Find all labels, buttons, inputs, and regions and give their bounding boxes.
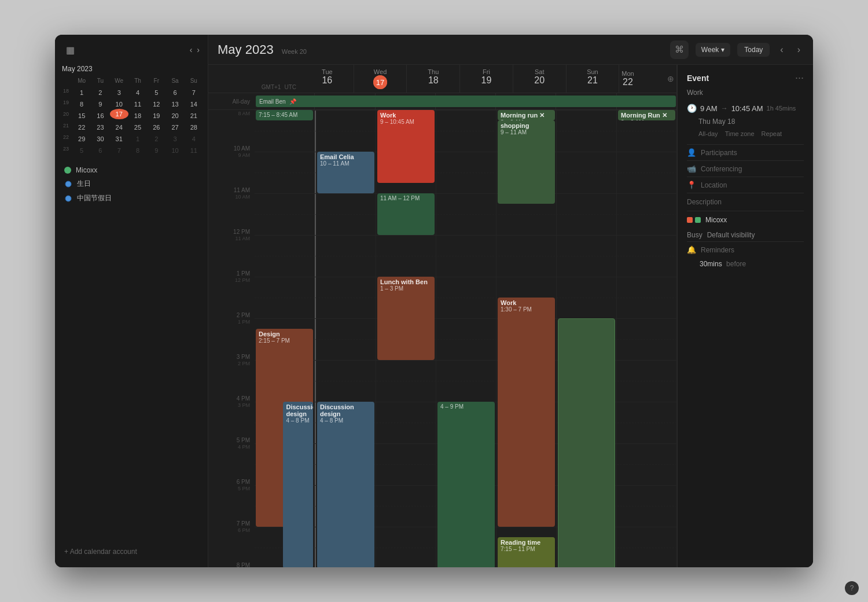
mini-cal-day[interactable]: 4: [185, 132, 203, 142]
sidebar-toggle-btn[interactable]: ▦: [62, 42, 78, 58]
calendar-item-micoxx[interactable]: Micoxx: [62, 164, 201, 177]
participants-label: Participants: [701, 149, 737, 157]
event-morning-run-sat[interactable]: Morning run ✕ 8 – 9 AM: [498, 110, 555, 120]
owner-dot-green: [695, 217, 701, 223]
mini-cal-day[interactable]: 7: [110, 144, 128, 154]
mini-cal-day[interactable]: 26: [147, 120, 165, 131]
mini-cal-day[interactable]: 20: [165, 109, 184, 119]
mini-cal-day[interactable]: 1: [72, 86, 91, 96]
day-col-sun21[interactable]: [557, 110, 617, 567]
mini-cal-day[interactable]: 6: [91, 144, 109, 154]
all-day-event-email-ben[interactable]: Email Ben 📌: [256, 96, 676, 107]
mini-cal-day[interactable]: 23: [91, 120, 109, 131]
mini-cal-day[interactable]: 9: [91, 97, 109, 108]
all-day-option[interactable]: All-day: [698, 130, 718, 137]
add-event-icon[interactable]: ⊕: [667, 74, 674, 83]
mini-cal-day[interactable]: 12: [147, 97, 165, 108]
mini-cal-day[interactable]: 10: [165, 144, 184, 154]
busy-label: Busy: [687, 231, 703, 239]
day-col-wed17[interactable]: Email Celia 10 – 11 AM Discussion design…: [315, 110, 376, 567]
mini-cal-day[interactable]: 7: [185, 86, 203, 96]
event-striped-sun[interactable]: [558, 318, 615, 567]
mini-cal-day[interactable]: 28: [185, 120, 203, 131]
timezone-option[interactable]: Time zone: [725, 130, 755, 137]
day-col-mon22[interactable]: Morning Run ✕ 8 – 9 AM: [617, 110, 677, 567]
mini-cal-day[interactable]: 21: [185, 109, 203, 119]
mini-cal-day[interactable]: 4: [128, 86, 147, 96]
event-4-9pm-fri[interactable]: 4 – 9 PM: [437, 402, 495, 567]
participants-section[interactable]: 👤 Participants: [687, 144, 804, 160]
event-11am-12pm[interactable]: 11 AM – 12 PM: [377, 193, 435, 235]
mini-cal-day[interactable]: 8: [72, 97, 91, 108]
day-col-tue16[interactable]: 7:15 – 8:45 AM Design 2:15 – 7 PM Discus…: [255, 110, 315, 567]
time-label-1pm: 1 PM12 PM: [235, 270, 250, 283]
mini-cal-day[interactable]: 5: [72, 144, 91, 154]
day-col-thu18[interactable]: Work 9 – 10:45 AM 11 AM – 12 PM Lunch wi…: [376, 110, 436, 567]
day-header-mon22: Mon 22 ⊕: [619, 65, 677, 93]
mini-cal-day[interactable]: 3: [165, 132, 184, 142]
mini-cal-day[interactable]: 22: [72, 120, 91, 131]
event-work-thu[interactable]: Work 9 – 10:45 AM: [377, 110, 435, 183]
location-section[interactable]: 📍 Location: [687, 177, 804, 193]
event-work-sat[interactable]: Work 1:30 – 7 PM: [498, 298, 555, 527]
next-week-btn[interactable]: ›: [794, 42, 804, 57]
mini-cal-day[interactable]: 5: [147, 86, 165, 96]
mini-cal-day[interactable]: 10: [110, 97, 128, 108]
mini-cal-day[interactable]: 11: [185, 144, 203, 154]
mini-cal-day[interactable]: 25: [128, 120, 147, 131]
event-options-btn[interactable]: ···: [795, 72, 804, 84]
event-shopping[interactable]: shopping 9 – 11 AM: [498, 120, 555, 204]
event-715-845[interactable]: 7:15 – 8:45 AM: [256, 110, 313, 120]
reminder-time-row: 30mins before: [687, 258, 804, 270]
calendar-item-birthday[interactable]: 生日: [62, 177, 201, 191]
today-btn[interactable]: Today: [737, 43, 770, 57]
mini-cal-day[interactable]: 8: [128, 144, 147, 154]
mini-cal-day[interactable]: 24: [110, 120, 128, 131]
mini-cal-next[interactable]: ›: [196, 45, 201, 54]
mini-cal-day[interactable]: 11: [128, 97, 147, 108]
event-morning-run-mon[interactable]: Morning Run ✕ 8 – 9 AM: [618, 110, 675, 120]
mini-cal-today[interactable]: 17: [110, 109, 128, 119]
prev-week-btn[interactable]: ‹: [777, 42, 786, 57]
event-email-celia[interactable]: Email Celia 10 – 11 AM: [317, 152, 374, 193]
reminder-section[interactable]: 🔔 Reminders: [687, 241, 804, 258]
mini-cal-day[interactable]: 30: [91, 132, 109, 142]
mini-cal-day[interactable]: 1: [128, 132, 147, 142]
mini-cal-day[interactable]: 31: [110, 132, 128, 142]
all-day-row: All-day Email Ben 📌: [208, 93, 677, 110]
mini-cal-day[interactable]: 18: [128, 109, 147, 119]
calendar-item-holidays[interactable]: 中国节假日: [62, 191, 201, 205]
sidebar: ▦ ‹ › May 2023 Mo Tu We Th Fr: [55, 35, 208, 567]
repeat-option[interactable]: Repeat: [762, 130, 782, 137]
cmd-button[interactable]: ⌘: [670, 41, 689, 59]
mini-cal-day[interactable]: 27: [165, 120, 184, 131]
mini-cal-day[interactable]: 16: [91, 109, 109, 119]
mini-cal-day[interactable]: 9: [147, 144, 165, 154]
calendar-label-micoxx: Micoxx: [76, 166, 97, 174]
event-discussion-design-tue[interactable]: Discussion design 4 – 8 PM: [283, 402, 313, 567]
week-view-btn[interactable]: Week ▾: [696, 43, 730, 57]
event-lunch-ben[interactable]: Lunch with Ben 1 – 3 PM: [377, 277, 435, 360]
mini-cal-day[interactable]: 15: [72, 109, 91, 119]
arrow-icon: →: [721, 104, 728, 112]
mini-cal-day[interactable]: 6: [165, 86, 184, 96]
mini-cal-day[interactable]: 13: [165, 97, 184, 108]
mini-cal-prev[interactable]: ‹: [189, 45, 194, 54]
event-discussion-design-wed[interactable]: Discussion design 4 – 8 PM: [317, 402, 374, 567]
time-label-8pm: 8 PM7 PM: [237, 562, 250, 567]
mini-cal-day[interactable]: 2: [147, 132, 165, 142]
mini-cal-day[interactable]: 3: [110, 86, 128, 96]
all-day-label: All-day: [208, 93, 255, 109]
timezone-labels: GMT+1 UTC: [255, 65, 301, 93]
all-day-event-pin-icon: 📌: [289, 98, 296, 105]
mini-cal-day[interactable]: 2: [91, 86, 109, 96]
mini-cal-day[interactable]: 19: [147, 109, 165, 119]
add-calendar-btn[interactable]: + Add calendar account: [55, 543, 208, 560]
day-col-sat20[interactable]: Morning run ✕ 8 – 9 AM shopping 9 – 11 A…: [496, 110, 557, 567]
mini-cal-day[interactable]: 29: [72, 132, 91, 142]
mini-cal-nav: ‹ ›: [189, 45, 201, 54]
day-col-fri19[interactable]: 4 – 9 PM Fitness 9:15 – 10 PM: [436, 110, 496, 567]
conferencing-section[interactable]: 📹 Conferencing: [687, 160, 804, 177]
mini-cal-day[interactable]: 14: [185, 97, 203, 108]
event-reading-time[interactable]: Reading time 7:15 – 11 PM: [498, 537, 555, 567]
